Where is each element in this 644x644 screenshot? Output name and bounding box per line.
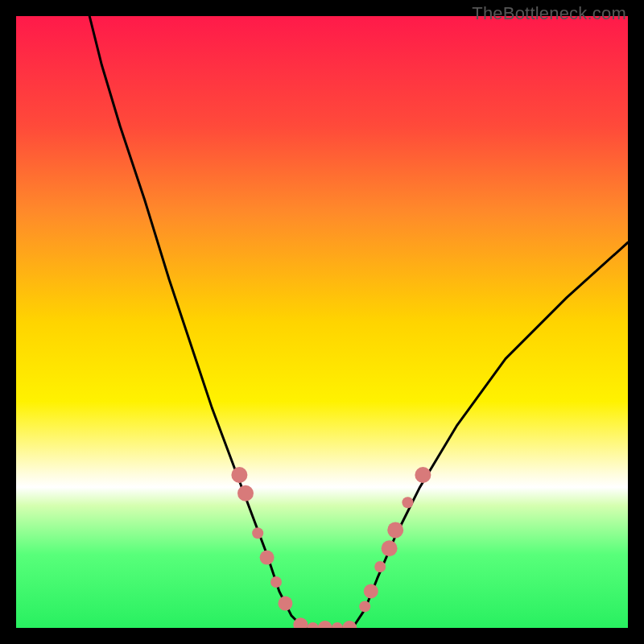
data-point <box>231 467 247 483</box>
chart-svg <box>16 16 628 628</box>
data-point <box>382 540 398 556</box>
chart-frame: TheBottleneck.com <box>0 0 644 644</box>
bottleneck-curve <box>89 16 628 628</box>
data-point <box>387 522 403 538</box>
data-point <box>237 485 254 502</box>
data-point <box>318 621 332 628</box>
data-point <box>359 601 370 612</box>
plot-area <box>16 16 628 628</box>
data-point <box>270 576 282 588</box>
data-point <box>332 622 343 628</box>
watermark-label: TheBottleneck.com <box>472 3 626 24</box>
data-point <box>252 527 263 539</box>
data-point <box>308 622 319 628</box>
data-point <box>374 561 386 572</box>
data-point <box>342 621 357 628</box>
data-point <box>364 584 378 598</box>
data-point <box>278 597 292 611</box>
data-point <box>415 467 431 483</box>
data-point <box>402 497 413 508</box>
data-point <box>260 551 275 565</box>
